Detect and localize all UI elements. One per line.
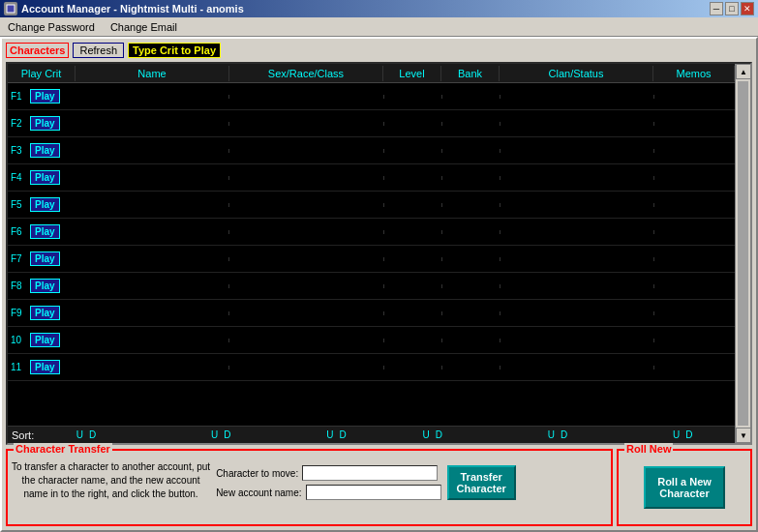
row-bank-9 [442,339,500,342]
minimize-button[interactable]: ─ [710,2,723,15]
scrollbar[interactable]: ▲ ▼ [735,64,750,443]
row-bank-8 [442,311,500,315]
row-clan-5 [500,230,654,234]
play-button-2[interactable]: Play [30,143,60,158]
play-button-5[interactable]: Play [30,224,60,239]
header-clan-status: Clan/Status [500,66,653,81]
sort-name-u[interactable]: U [76,429,83,440]
row-level-6 [384,257,442,261]
fkey-label-7: F8 [11,281,28,291]
play-button-9[interactable]: Play [30,333,60,347]
row-play-crit-1: F2 Play [8,114,76,133]
character-rows: F1 Play F2 Play F3 Play [8,83,735,426]
table-row: F8 Play [8,273,735,300]
table-row: F5 Play [8,192,735,219]
row-memos-10 [654,366,735,369]
row-clan-10 [500,366,654,369]
play-button-7[interactable]: Play [30,279,60,293]
sort-level-u[interactable]: U [326,429,333,440]
play-button-6[interactable]: Play [30,251,60,266]
row-name-4 [76,203,229,207]
row-level-9 [384,339,442,342]
table-row: F2 Play [8,110,735,137]
row-sex-10 [229,366,383,369]
play-button-8[interactable]: Play [30,306,60,320]
table-row: F4 Play [8,164,735,192]
fkey-label-4: F5 [11,199,28,210]
row-bank-3 [442,176,500,180]
fkey-label-8: F9 [11,308,28,318]
title-bar: Account Manager - Nightmist Multi - anom… [0,0,758,17]
header-play-crit: Play Crit [8,66,76,81]
play-button-4[interactable]: Play [30,197,60,212]
play-button-10[interactable]: Play [30,360,60,374]
table-row: F9 Play [8,300,735,327]
row-level-4 [384,203,442,207]
sort-bank-u[interactable]: U [422,429,429,440]
characters-header: Characters Refresh Type Crit to Play [6,43,752,58]
transfer-account-input[interactable] [306,485,441,500]
row-play-crit-7: F8 Play [8,277,76,295]
table-headers: Play Crit Name Sex/Race/Class Level Bank… [8,64,735,83]
row-bank-7 [442,284,500,288]
row-bank-2 [442,149,500,153]
row-memos-1 [654,122,735,126]
table-row: F3 Play [8,137,735,164]
transfer-title: Character Transfer [14,443,112,455]
row-bank-4 [442,203,500,207]
row-memos-0 [654,95,735,99]
play-button-0[interactable]: Play [30,89,60,103]
transfer-character-button[interactable]: TransferCharacter [447,465,516,500]
characters-table: Play Crit Name Sex/Race/Class Level Bank… [6,62,752,445]
play-button-1[interactable]: Play [30,116,60,131]
header-sex-race-class: Sex/Race/Class [229,66,383,81]
menu-change-email[interactable]: Change Email [106,20,181,34]
scroll-up-button[interactable]: ▲ [736,64,750,79]
sort-bank-d[interactable]: D [436,429,442,440]
sort-memos-d[interactable]: D [685,429,692,440]
fkey-label-10: 11 [11,362,28,372]
sort-name-d[interactable]: D [89,429,96,440]
transfer-char-input[interactable] [302,465,438,481]
refresh-button[interactable]: Refresh [73,43,124,58]
row-name-7 [76,284,229,288]
main-window: Characters Refresh Type Crit to Play Pla… [0,37,758,532]
scroll-down-button[interactable]: ▼ [736,428,750,443]
sort-memos-u[interactable]: U [673,429,680,440]
sort-sex-u[interactable]: U [211,429,218,440]
row-level-7 [384,284,442,288]
row-sex-2 [229,149,383,153]
fkey-label-5: F6 [11,226,28,237]
row-clan-2 [500,149,654,153]
window-title: Account Manager - Nightmist Multi - anom… [21,3,244,15]
row-play-crit-2: F3 Play [8,141,76,160]
sort-clan-u[interactable]: U [548,429,555,440]
play-button-3[interactable]: Play [30,170,60,185]
scrollbar-thumb[interactable] [738,81,748,426]
character-transfer-box: Character Transfer To transfer a charact… [6,449,613,526]
menu-change-password[interactable]: Change Password [4,20,99,34]
row-clan-0 [500,95,654,99]
maximize-button[interactable]: □ [725,2,739,15]
sort-clan-d[interactable]: D [561,429,567,440]
row-clan-6 [500,257,654,261]
row-sex-8 [229,311,383,315]
sort-bar: Sort: UD UD UD UD UD UD [8,426,735,443]
row-memos-3 [654,176,735,180]
table-row: F6 Play [8,219,735,246]
window-controls: ─ □ ✕ [710,2,754,15]
table-row: 10 Play [8,327,735,354]
roll-new-button[interactable]: Roll a NewCharacter [644,466,725,509]
row-level-10 [384,366,442,369]
row-sex-6 [229,257,383,261]
sort-level-d[interactable]: D [339,429,346,440]
row-play-crit-4: F5 Play [8,195,76,214]
row-memos-7 [654,284,735,288]
row-play-crit-3: F4 Play [8,168,76,187]
row-play-crit-0: F1 Play [8,87,76,105]
row-clan-9 [500,339,654,342]
row-memos-6 [654,257,735,261]
sort-sex-d[interactable]: D [224,429,230,440]
row-sex-7 [229,284,383,288]
close-button[interactable]: ✕ [741,2,754,15]
